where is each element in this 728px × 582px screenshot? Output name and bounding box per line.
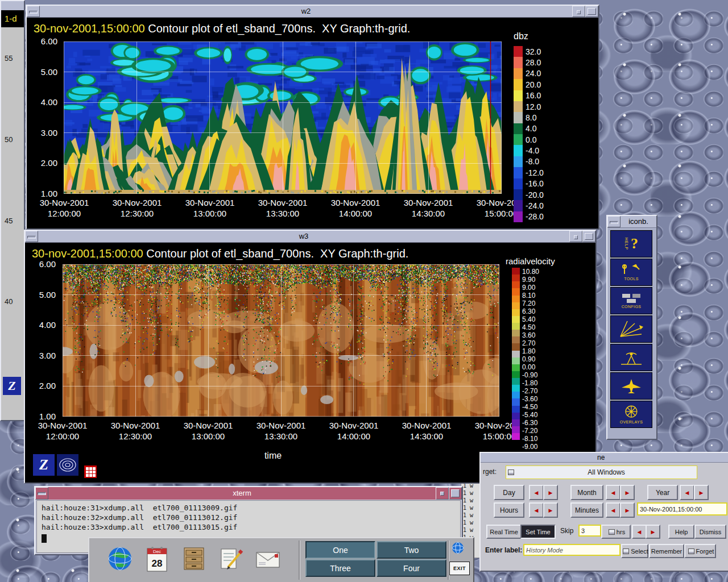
- configs-button[interactable]: CONFIGS: [610, 287, 652, 314]
- colorbar-label: 32.0: [526, 46, 560, 57]
- skip-prev-button[interactable]: ◀: [632, 525, 647, 539]
- calendar-icon[interactable]: Dec28: [142, 543, 172, 575]
- label-field[interactable]: History Mode: [523, 544, 621, 556]
- hours-button[interactable]: Hours: [494, 502, 524, 518]
- year-prev-button[interactable]: ◀: [680, 485, 694, 500]
- workspace-button-one[interactable]: One: [305, 541, 375, 559]
- notes-icon[interactable]: [216, 543, 246, 575]
- window-title: xterm: [48, 487, 436, 500]
- minimize-icon[interactable]: [572, 6, 585, 17]
- plot-title: Contour plot of etl_sband_700ns. XY Grap…: [145, 22, 411, 35]
- workspace-button-two[interactable]: Two: [377, 541, 446, 559]
- window-menu-icon[interactable]: [25, 231, 38, 242]
- minimize-icon[interactable]: [436, 487, 449, 500]
- window-menu-icon[interactable]: [27, 6, 40, 17]
- hours-next-button[interactable]: ▶: [543, 502, 558, 518]
- reflectivity-heatmap-canvas[interactable]: [64, 41, 502, 194]
- left-strip-titlebar[interactable]: [1, 1, 24, 11]
- workspace-button-four[interactable]: Four: [377, 559, 446, 577]
- iconbar-body: HELP? TOOLS CONFIGS OVERLAYS: [607, 228, 656, 439]
- real-time-button[interactable]: Real Time: [486, 525, 522, 539]
- velocity-colorbar: [512, 268, 520, 440]
- minimize-icon[interactable]: [569, 231, 582, 242]
- contour-tool-icon[interactable]: [57, 454, 78, 476]
- hours-prev-button[interactable]: ◀: [529, 502, 544, 518]
- month-prev-button[interactable]: ◀: [606, 485, 621, 500]
- minutes-prev-button[interactable]: ◀: [606, 502, 621, 518]
- w3-titlebar[interactable]: w3: [25, 231, 595, 243]
- window-menu-icon[interactable]: [35, 487, 48, 500]
- datetime-field[interactable]: 30-Nov-2001,15:00:00: [637, 502, 727, 516]
- maximize-icon[interactable]: [449, 487, 462, 500]
- window-menu-icon[interactable]: [607, 216, 621, 227]
- colorbar-segment: [514, 134, 523, 145]
- zebra-logo[interactable]: Z: [33, 454, 55, 476]
- window-time-control[interactable]: ne rget: All Windows Day ◀ ▶ Month ◀ ▶ Y…: [479, 452, 728, 572]
- x-tick-time: 14:00:00: [324, 208, 387, 219]
- colorbar-label: 6.30: [522, 307, 559, 315]
- minutes-next-button[interactable]: ▶: [620, 502, 635, 518]
- small-globe-icon[interactable]: [449, 539, 466, 556]
- year-next-button[interactable]: ▶: [694, 485, 709, 500]
- select-button[interactable]: Select: [621, 544, 648, 558]
- remember-button[interactable]: Remember: [649, 544, 684, 558]
- colorbar-label: -6.30: [522, 419, 559, 427]
- colorbar-segment: [512, 398, 520, 405]
- mail-icon[interactable]: [253, 543, 283, 575]
- w2-x-axis: 30-Nov-200112:00:0030-Nov-200112:30:0030…: [32, 197, 517, 223]
- colorbar-label: -24.0: [526, 200, 560, 211]
- window-w2[interactable]: w2 30-nov-2001,15:00:00 Contour plot of …: [26, 5, 599, 230]
- overlays-icon: [621, 405, 642, 419]
- forget-button[interactable]: Forget: [684, 544, 716, 558]
- day-prev-button[interactable]: ◀: [529, 485, 544, 500]
- window-title: iconb.: [621, 216, 656, 227]
- velocity-heatmap-canvas[interactable]: [63, 264, 499, 417]
- target-option-menu[interactable]: All Windows: [506, 465, 697, 479]
- window-left-strip[interactable]: 1-d 5550454035 Z: [0, 0, 25, 421]
- tools-button[interactable]: TOOLS: [610, 259, 652, 286]
- colorbar-segment: [512, 336, 520, 343]
- overlays-button[interactable]: OVERLAYS: [610, 401, 652, 428]
- x-tick-label: 30-Nov-200114:30:00: [396, 197, 460, 219]
- iconbar-titlebar[interactable]: iconb.: [607, 216, 656, 228]
- set-time-button[interactable]: Set Time: [520, 525, 556, 539]
- axis-tick-label: 50: [1, 136, 20, 144]
- time-titlebar[interactable]: ne: [481, 453, 728, 463]
- aircraft-button[interactable]: [610, 372, 652, 400]
- w2-titlebar[interactable]: w2: [27, 6, 598, 18]
- x-tick-date: 30-Nov-2001: [176, 420, 240, 431]
- antenna-button[interactable]: [610, 344, 652, 371]
- x-tick-time: 15:00:00: [468, 431, 515, 442]
- colorbar-label: 4.50: [522, 323, 559, 331]
- grid-tool-icon[interactable]: [84, 465, 97, 478]
- workspace-button-three[interactable]: Three: [305, 559, 375, 577]
- x-tick-time: 13:30:00: [249, 431, 313, 442]
- exit-button[interactable]: EXIT: [449, 562, 470, 575]
- year-button[interactable]: Year: [647, 485, 678, 500]
- w2-y-axis: 6.005.004.003.002.001.00: [29, 37, 61, 198]
- month-next-button[interactable]: ▶: [620, 485, 635, 500]
- dismiss-button[interactable]: Dismiss: [694, 525, 726, 539]
- help-button[interactable]: Help: [668, 525, 694, 539]
- minutes-button[interactable]: Minutes: [570, 502, 603, 518]
- globe-icon[interactable]: [105, 543, 135, 575]
- xterm-titlebar[interactable]: xterm: [35, 487, 462, 500]
- window-w3[interactable]: w3 30-nov-2001,15:00:00 Contour plot of …: [24, 230, 597, 484]
- maximize-icon[interactable]: [582, 231, 595, 242]
- strip-body: 1-d 5550454035 Z: [1, 10, 24, 420]
- maximize-icon[interactable]: [585, 6, 598, 17]
- month-button[interactable]: Month: [570, 485, 603, 500]
- window-iconbar[interactable]: iconb. HELP? TOOLS CONFIGS: [606, 215, 657, 440]
- day-next-button[interactable]: ▶: [543, 485, 558, 500]
- file-drawer-icon[interactable]: [179, 543, 209, 575]
- skip-next-button[interactable]: ▶: [646, 525, 660, 539]
- colorbar-segment: [512, 343, 520, 350]
- skip-units-option-menu[interactable]: hrs: [601, 525, 631, 539]
- tools-icon: [620, 264, 643, 276]
- help-button[interactable]: HELP?: [610, 230, 652, 257]
- colorbar-label: 28.0: [526, 57, 560, 68]
- skip-field[interactable]: 3: [578, 525, 601, 537]
- rhi-scan-button[interactable]: [610, 315, 652, 343]
- day-button[interactable]: Day: [494, 485, 524, 500]
- colorbar-label: -20.0: [526, 189, 560, 200]
